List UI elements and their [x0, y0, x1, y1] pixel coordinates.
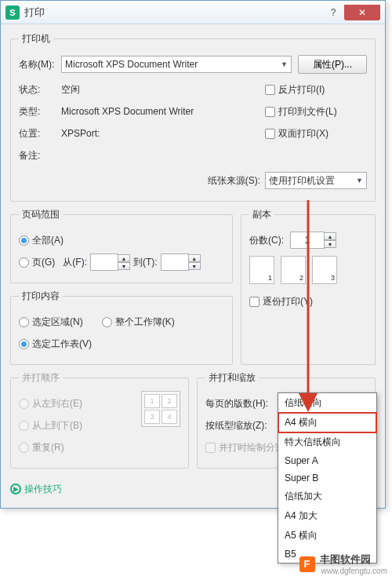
- help-button[interactable]: ?: [322, 5, 344, 20]
- tips-link[interactable]: ▶ 操作技巧: [10, 483, 62, 496]
- spin-down-icon[interactable]: ▼: [118, 262, 130, 270]
- type-value: Microsoft XPS Document Writer: [61, 106, 194, 117]
- print-what-legend: 打印内容: [19, 290, 63, 303]
- titlebar[interactable]: S 打印 ? ✕: [1, 1, 385, 24]
- paper-source-label: 纸张来源(S):: [208, 174, 260, 188]
- spin-down-icon[interactable]: ▼: [188, 262, 201, 270]
- print-order-legend: 并打顺序: [19, 371, 63, 385]
- play-icon: ▶: [10, 483, 21, 494]
- where-label: 位置:: [19, 127, 61, 140]
- page-range-group: 页码范围 全部(A) 页(G) 从(F): ▲▼ 到(T): ▲▼: [10, 208, 233, 283]
- workbook-radio[interactable]: 整个工作簿(K): [102, 316, 175, 329]
- range-pages-radio[interactable]: 页(G): [19, 256, 55, 269]
- fit-to-paper-dropdown[interactable]: 信纸横向 A4 横向 特大信纸横向 Super A Super B 信纸加大 A…: [278, 392, 377, 564]
- from-input[interactable]: [90, 254, 118, 271]
- reverse-print-check[interactable]: 反片打印(I): [265, 83, 325, 97]
- dialog-title: 打印: [24, 5, 322, 20]
- spin-down-icon[interactable]: ▼: [324, 240, 336, 248]
- watermark-name: 丰图软件园: [320, 553, 388, 567]
- print-order-preview: 1234: [141, 391, 180, 427]
- status-label: 状态:: [19, 83, 61, 97]
- tb-radio: 从上到下(B): [19, 419, 82, 432]
- draw-lines-check: 并打时绘制分割: [205, 441, 285, 454]
- type-label: 类型:: [19, 105, 61, 119]
- printer-name-combo[interactable]: Microsoft XPS Document Writer ▼: [61, 56, 292, 73]
- page-range-legend: 页码范围: [19, 208, 63, 221]
- watermark-url: www.dgfengtu.com: [321, 567, 388, 575]
- watermark-logo-icon: F: [299, 556, 315, 572]
- comment-label: 备注:: [19, 149, 61, 162]
- dropdown-option[interactable]: 信纸加大: [278, 487, 376, 506]
- page-icon: 2: [281, 256, 306, 284]
- paper-source-combo[interactable]: 使用打印机设置 ▼: [265, 172, 367, 189]
- collate-check[interactable]: 逐份打印(Y): [249, 295, 313, 308]
- close-button[interactable]: ✕: [344, 5, 380, 20]
- to-label: 到(T):: [133, 256, 158, 269]
- selection-radio[interactable]: 选定区域(N): [19, 316, 83, 329]
- dropdown-option[interactable]: Super B: [278, 469, 376, 487]
- chevron-down-icon: ▼: [356, 177, 363, 184]
- dropdown-option[interactable]: Super A: [278, 452, 376, 469]
- watermark: F 丰图软件园 www.dgfengtu.com: [299, 553, 388, 575]
- properties-button[interactable]: 属性(P)...: [298, 55, 367, 74]
- copies-label: 份数(C):: [249, 234, 284, 247]
- printer-name-label: 名称(M):: [19, 58, 61, 71]
- repeat-radio: 重复(R): [19, 441, 64, 454]
- dropdown-option[interactable]: A4 横向: [278, 413, 376, 432]
- spin-up-icon[interactable]: ▲: [118, 254, 130, 262]
- copies-input[interactable]: [290, 232, 325, 249]
- app-icon: S: [5, 5, 20, 20]
- page-icon: 1: [249, 256, 274, 284]
- active-sheets-radio[interactable]: 选定工作表(V): [19, 337, 92, 351]
- copies-legend: 副本: [249, 208, 274, 221]
- from-label: 从(F):: [63, 256, 87, 269]
- printer-name-value: Microsoft XPS Document Writer: [65, 59, 198, 70]
- to-input[interactable]: [161, 254, 189, 271]
- dropdown-option[interactable]: 特大信纸横向: [278, 432, 376, 452]
- print-what-group: 打印内容 选定区域(N) 整个工作簿(K) 选定工作表(V): [10, 290, 233, 365]
- print-order-group: 并打顺序 从左到右(E) 从上到下(B) 重复(R) 1234: [10, 371, 189, 469]
- collate-preview: 1 2 3: [249, 256, 367, 284]
- page-icon: 3: [312, 256, 337, 284]
- where-value: XPSPort:: [61, 128, 100, 139]
- dropdown-option[interactable]: A4 加大: [278, 506, 376, 526]
- dropdown-option[interactable]: 信纸横向: [278, 393, 376, 413]
- duplex-check[interactable]: 双面打印(X): [265, 127, 328, 140]
- printer-legend: 打印机: [19, 32, 53, 46]
- copies-group: 副本 份数(C): ▲▼ 1 2 3 逐份打印(Y): [241, 208, 376, 365]
- status-value: 空闲: [61, 83, 80, 97]
- chevron-down-icon: ▼: [281, 60, 288, 68]
- print-to-file-check[interactable]: 打印到文件(L): [265, 105, 337, 119]
- lr-radio: 从左到右(E): [19, 397, 82, 410]
- spin-up-icon[interactable]: ▲: [188, 254, 201, 262]
- dropdown-option[interactable]: A5 横向: [278, 526, 376, 545]
- scaling-legend: 并打和缩放: [205, 371, 259, 385]
- range-all-radio[interactable]: 全部(A): [19, 234, 64, 247]
- printer-group: 打印机 名称(M): Microsoft XPS Document Writer…: [10, 32, 376, 202]
- spin-up-icon[interactable]: ▲: [324, 232, 336, 240]
